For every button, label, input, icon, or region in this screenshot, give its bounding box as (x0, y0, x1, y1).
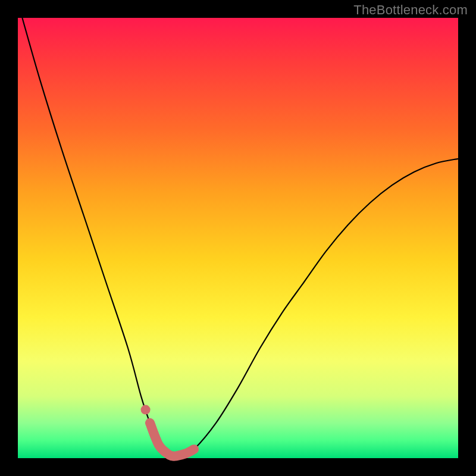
bottleneck-curve (22, 18, 458, 456)
curve-svg (18, 18, 458, 458)
chart-frame: TheBottleneck.com (0, 0, 476, 476)
plot-area (18, 18, 458, 458)
watermark-text: TheBottleneck.com (353, 2, 468, 18)
optimal-zone-marker (150, 423, 194, 456)
curve-marker-dot (141, 405, 151, 415)
